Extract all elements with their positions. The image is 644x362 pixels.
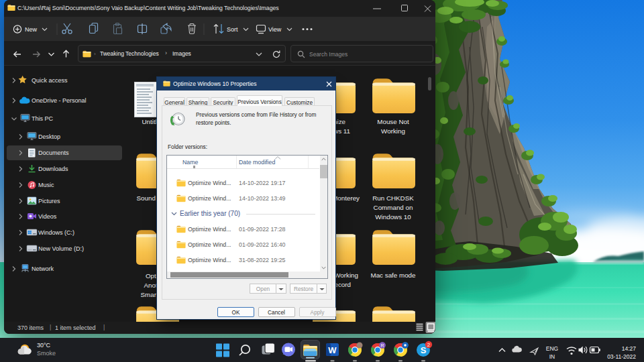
- svg-text:S: S: [421, 345, 427, 355]
- svg-text:R: R: [380, 343, 384, 348]
- svg-text:14:27: 14:27: [622, 345, 637, 352]
- svg-text:W: W: [328, 345, 337, 355]
- svg-text:ENG: ENG: [546, 345, 558, 352]
- svg-text:2: 2: [427, 342, 431, 348]
- svg-text:IN: IN: [549, 353, 555, 360]
- svg-text:03-11-2022: 03-11-2022: [607, 353, 636, 360]
